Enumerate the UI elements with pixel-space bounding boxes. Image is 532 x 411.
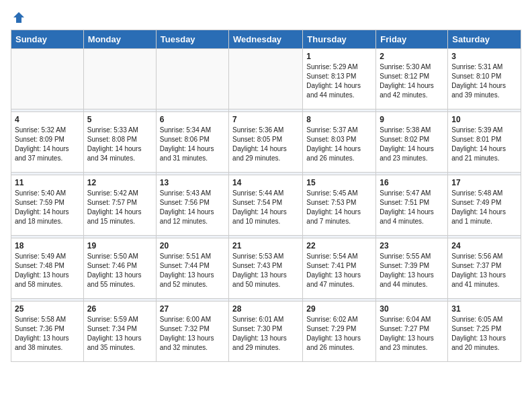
calendar-week-2: 4Sunrise: 5:32 AM Sunset: 8:09 PM Daylig… <box>11 112 521 173</box>
day-info: Sunrise: 5:44 AM Sunset: 7:54 PM Dayligh… <box>232 189 299 226</box>
calendar-cell: 9Sunrise: 5:38 AM Sunset: 8:02 PM Daylig… <box>376 112 448 173</box>
calendar-week-3: 11Sunrise: 5:40 AM Sunset: 7:59 PM Dayli… <box>11 175 521 236</box>
day-info: Sunrise: 5:43 AM Sunset: 7:56 PM Dayligh… <box>160 189 225 226</box>
day-number: 12 <box>87 178 152 187</box>
day-number: 9 <box>380 115 444 124</box>
calendar-cell: 28Sunrise: 6:01 AM Sunset: 7:30 PM Dayli… <box>229 302 303 362</box>
calendar-cell: 31Sunrise: 6:05 AM Sunset: 7:25 PM Dayli… <box>448 302 521 362</box>
weekday-header-tuesday: Tuesday <box>156 30 228 49</box>
day-number: 2 <box>380 52 444 61</box>
day-number: 22 <box>306 241 372 250</box>
day-info: Sunrise: 5:49 AM Sunset: 7:48 PM Dayligh… <box>15 252 80 289</box>
day-number: 25 <box>15 304 80 314</box>
day-number: 8 <box>306 115 372 124</box>
calendar-cell: 21Sunrise: 5:53 AM Sunset: 7:43 PM Dayli… <box>229 238 303 299</box>
day-number: 16 <box>380 178 444 187</box>
calendar-week-1: 1Sunrise: 5:29 AM Sunset: 8:13 PM Daylig… <box>11 49 521 109</box>
day-info: Sunrise: 5:54 AM Sunset: 7:41 PM Dayligh… <box>306 252 372 289</box>
calendar-cell: 13Sunrise: 5:43 AM Sunset: 7:56 PM Dayli… <box>156 175 228 236</box>
day-info: Sunrise: 5:50 AM Sunset: 7:46 PM Dayligh… <box>87 252 152 289</box>
calendar-week-4: 18Sunrise: 5:49 AM Sunset: 7:48 PM Dayli… <box>11 238 521 299</box>
day-number: 3 <box>451 52 517 61</box>
weekday-header-thursday: Thursday <box>303 30 376 49</box>
day-info: Sunrise: 5:55 AM Sunset: 7:39 PM Dayligh… <box>380 252 444 289</box>
day-number: 30 <box>380 304 444 314</box>
calendar-cell: 11Sunrise: 5:40 AM Sunset: 7:59 PM Dayli… <box>11 175 84 236</box>
day-info: Sunrise: 5:31 AM Sunset: 8:10 PM Dayligh… <box>451 62 517 100</box>
day-info: Sunrise: 5:45 AM Sunset: 7:53 PM Dayligh… <box>306 189 372 226</box>
day-info: Sunrise: 5:56 AM Sunset: 7:37 PM Dayligh… <box>451 252 517 289</box>
calendar-cell <box>11 49 84 109</box>
calendar-cell: 16Sunrise: 5:47 AM Sunset: 7:51 PM Dayli… <box>376 175 448 236</box>
calendar-cell: 4Sunrise: 5:32 AM Sunset: 8:09 PM Daylig… <box>11 112 84 173</box>
calendar-week-5: 25Sunrise: 5:58 AM Sunset: 7:36 PM Dayli… <box>11 302 521 362</box>
day-info: Sunrise: 5:38 AM Sunset: 8:02 PM Dayligh… <box>380 126 444 163</box>
day-number: 13 <box>160 178 225 187</box>
day-number: 26 <box>87 304 152 314</box>
page-header <box>11 11 521 24</box>
day-info: Sunrise: 5:40 AM Sunset: 7:59 PM Dayligh… <box>15 189 80 226</box>
day-number: 6 <box>160 115 225 124</box>
calendar-cell: 30Sunrise: 6:04 AM Sunset: 7:27 PM Dayli… <box>376 302 448 362</box>
day-number: 19 <box>87 241 152 250</box>
calendar-cell: 6Sunrise: 5:34 AM Sunset: 8:06 PM Daylig… <box>156 112 228 173</box>
calendar-cell: 18Sunrise: 5:49 AM Sunset: 7:48 PM Dayli… <box>11 238 84 299</box>
weekday-header-wednesday: Wednesday <box>229 30 303 49</box>
calendar-cell: 17Sunrise: 5:48 AM Sunset: 7:49 PM Dayli… <box>448 175 521 236</box>
calendar-cell <box>83 49 156 109</box>
calendar-cell: 2Sunrise: 5:30 AM Sunset: 8:12 PM Daylig… <box>376 49 448 109</box>
weekday-header-monday: Monday <box>83 30 156 49</box>
calendar-cell: 26Sunrise: 5:59 AM Sunset: 7:34 PM Dayli… <box>83 302 156 362</box>
calendar-cell: 14Sunrise: 5:44 AM Sunset: 7:54 PM Dayli… <box>229 175 303 236</box>
day-info: Sunrise: 5:29 AM Sunset: 8:13 PM Dayligh… <box>306 62 372 100</box>
day-info: Sunrise: 5:30 AM Sunset: 8:12 PM Dayligh… <box>380 62 444 100</box>
calendar-cell: 10Sunrise: 5:39 AM Sunset: 8:01 PM Dayli… <box>448 112 521 173</box>
calendar-header-row: SundayMondayTuesdayWednesdayThursdayFrid… <box>11 30 521 49</box>
day-number: 18 <box>15 241 80 250</box>
day-number: 7 <box>232 115 299 124</box>
weekday-header-friday: Friday <box>376 30 448 49</box>
day-number: 17 <box>451 178 517 187</box>
day-number: 15 <box>306 178 372 187</box>
day-info: Sunrise: 5:48 AM Sunset: 7:49 PM Dayligh… <box>451 189 517 226</box>
day-number: 24 <box>451 241 517 250</box>
day-number: 4 <box>15 115 80 124</box>
day-info: Sunrise: 5:53 AM Sunset: 7:43 PM Dayligh… <box>232 252 299 289</box>
day-number: 23 <box>380 241 444 250</box>
day-info: Sunrise: 5:59 AM Sunset: 7:34 PM Dayligh… <box>87 315 152 353</box>
calendar-cell: 8Sunrise: 5:37 AM Sunset: 8:03 PM Daylig… <box>303 112 376 173</box>
day-number: 14 <box>232 178 299 187</box>
day-info: Sunrise: 6:04 AM Sunset: 7:27 PM Dayligh… <box>380 315 444 353</box>
calendar-cell: 22Sunrise: 5:54 AM Sunset: 7:41 PM Dayli… <box>303 238 376 299</box>
calendar-cell: 29Sunrise: 6:02 AM Sunset: 7:29 PM Dayli… <box>303 302 376 362</box>
calendar-cell: 27Sunrise: 6:00 AM Sunset: 7:32 PM Dayli… <box>156 302 228 362</box>
calendar-cell: 5Sunrise: 5:33 AM Sunset: 8:08 PM Daylig… <box>83 112 156 173</box>
weekday-header-saturday: Saturday <box>448 30 521 49</box>
calendar-cell <box>156 49 228 109</box>
day-number: 21 <box>232 241 299 250</box>
calendar-cell <box>229 49 303 109</box>
svg-marker-0 <box>13 12 24 23</box>
day-info: Sunrise: 5:39 AM Sunset: 8:01 PM Dayligh… <box>451 126 517 163</box>
day-number: 5 <box>87 115 152 124</box>
day-info: Sunrise: 5:37 AM Sunset: 8:03 PM Dayligh… <box>306 126 372 163</box>
day-info: Sunrise: 6:02 AM Sunset: 7:29 PM Dayligh… <box>306 315 372 353</box>
day-number: 29 <box>306 304 372 314</box>
calendar-cell: 7Sunrise: 5:36 AM Sunset: 8:05 PM Daylig… <box>229 112 303 173</box>
weekday-header-sunday: Sunday <box>11 30 84 49</box>
day-number: 31 <box>451 304 517 314</box>
day-number: 10 <box>451 115 517 124</box>
calendar-cell: 20Sunrise: 5:51 AM Sunset: 7:44 PM Dayli… <box>156 238 228 299</box>
calendar-cell: 3Sunrise: 5:31 AM Sunset: 8:10 PM Daylig… <box>448 49 521 109</box>
calendar-cell: 25Sunrise: 5:58 AM Sunset: 7:36 PM Dayli… <box>11 302 84 362</box>
day-info: Sunrise: 5:36 AM Sunset: 8:05 PM Dayligh… <box>232 126 299 163</box>
day-info: Sunrise: 5:47 AM Sunset: 7:51 PM Dayligh… <box>380 189 444 226</box>
calendar-cell: 15Sunrise: 5:45 AM Sunset: 7:53 PM Dayli… <box>303 175 376 236</box>
logo <box>11 11 26 24</box>
calendar-cell: 12Sunrise: 5:42 AM Sunset: 7:57 PM Dayli… <box>83 175 156 236</box>
day-info: Sunrise: 5:58 AM Sunset: 7:36 PM Dayligh… <box>15 315 80 353</box>
logo-icon <box>12 11 26 24</box>
day-info: Sunrise: 5:42 AM Sunset: 7:57 PM Dayligh… <box>87 189 152 226</box>
day-info: Sunrise: 5:33 AM Sunset: 8:08 PM Dayligh… <box>87 126 152 163</box>
day-number: 20 <box>160 241 225 250</box>
